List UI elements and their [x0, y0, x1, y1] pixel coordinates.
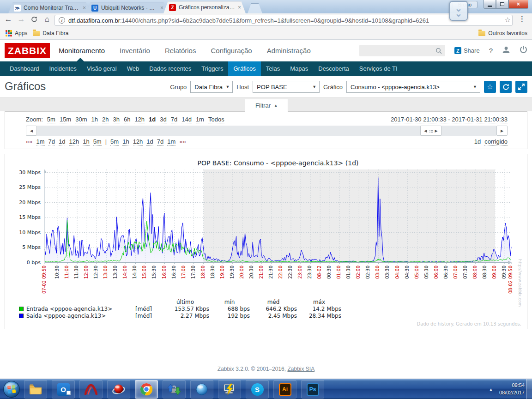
- nav-forward-12h[interactable]: 12h: [133, 138, 143, 145]
- fullscreen-button[interactable]: [515, 81, 527, 93]
- close-button[interactable]: ×: [508, 0, 528, 9]
- help-button[interactable]: ?: [489, 47, 493, 54]
- zoom-option-30m[interactable]: 30m: [75, 116, 87, 123]
- taskbar-item-winbox-orb[interactable]: [190, 380, 213, 399]
- share-button[interactable]: Z Share: [454, 47, 480, 54]
- main-nav-administracao[interactable]: Administração: [267, 47, 311, 54]
- sub-nav-mapas[interactable]: Mapas: [285, 61, 313, 76]
- sub-nav-servicos-de-ti[interactable]: Serviços de TI: [354, 61, 403, 76]
- main-nav-monitoramento[interactable]: Monitoramento: [59, 47, 105, 54]
- zoom-option-5m[interactable]: 5m: [47, 116, 55, 123]
- browser-tab[interactable]: UUbiquiti Networks - Dow×: [86, 2, 168, 13]
- main-nav-relatorios[interactable]: Relatórios: [165, 47, 196, 54]
- favourite-button[interactable]: ☆: [484, 81, 496, 93]
- taskbar-item-secure-transfer[interactable]: [163, 380, 186, 399]
- home-icon[interactable]: ⌂: [42, 15, 53, 24]
- sub-nav-web[interactable]: Web: [122, 61, 145, 76]
- zoom-option-3d[interactable]: 3d: [160, 116, 166, 123]
- zoom-option-1d[interactable]: 1d: [149, 116, 156, 123]
- zoom-option-3h[interactable]: 3h: [113, 116, 119, 123]
- tab-close-icon[interactable]: ×: [238, 4, 241, 11]
- nav-back-12h[interactable]: 12h: [69, 138, 79, 145]
- browser-tab[interactable]: ≫Como Monitorar Trafego×: [8, 2, 91, 13]
- page-info-icon[interactable]: i: [59, 17, 65, 24]
- nav-forward-1d[interactable]: 1d: [146, 138, 153, 145]
- scrollbar-handle[interactable]: ◀▶: [420, 126, 441, 136]
- taskbar-item-autodesk[interactable]: [79, 380, 103, 399]
- taskbar-item-photoshop[interactable]: Ps: [301, 380, 324, 399]
- refresh-icon[interactable]: [29, 15, 40, 25]
- date-range-link[interactable]: 2017-01-30 21:00:33 - 2017-01-31 21:00:3…: [391, 116, 508, 123]
- search-input[interactable]: [359, 45, 445, 56]
- nav-forward-all[interactable]: »»: [179, 138, 186, 145]
- taskbar-clock[interactable]: 09:54 08/02/2017: [499, 382, 525, 397]
- taskbar-item-winbox[interactable]: [218, 380, 241, 399]
- bookmark-folder-datafibra[interactable]: Data Fibra: [33, 30, 68, 36]
- sub-nav-descoberta[interactable]: Descoberta: [313, 61, 354, 76]
- zabbix-logo[interactable]: ZABBIX: [5, 43, 50, 58]
- zoom-option-12h[interactable]: 12h: [134, 116, 145, 123]
- scroll-left-button[interactable]: ◀: [26, 126, 37, 136]
- nav-forward-1h[interactable]: 1h: [122, 138, 129, 145]
- scroll-right-button[interactable]: ▶: [496, 126, 508, 136]
- taskbar-item-outlook[interactable]: O: [52, 380, 75, 399]
- zoom-option-6h[interactable]: 6h: [124, 116, 130, 123]
- zoom-option-2h[interactable]: 2h: [102, 116, 109, 123]
- nav-forward-1m[interactable]: 1m: [167, 138, 175, 145]
- taskbar-item-explorer[interactable]: [24, 380, 47, 399]
- bookmark-star-icon[interactable]: ☆: [505, 16, 511, 24]
- zoom-option-14d[interactable]: 14d: [181, 116, 192, 123]
- browser-tab[interactable]: ZGráficos personalizados [×: [163, 1, 246, 13]
- zoom-option-Todos[interactable]: Todos: [208, 116, 224, 123]
- sub-nav-dados-recentes[interactable]: Dados recentes: [144, 61, 196, 76]
- refresh-interval-button[interactable]: [500, 81, 512, 93]
- host-select[interactable]: POP BASE▼: [253, 81, 320, 93]
- corrected-link[interactable]: corrigido: [484, 138, 508, 145]
- nav-back-7d[interactable]: 7d: [48, 138, 55, 145]
- zoom-option-1m[interactable]: 1m: [196, 116, 204, 123]
- show-desktop-button[interactable]: [526, 379, 532, 399]
- nav-back-all[interactable]: ««: [26, 138, 32, 145]
- nav-forward-5m[interactable]: 5m: [110, 138, 119, 145]
- nav-back-1m[interactable]: 1m: [36, 138, 44, 145]
- back-icon[interactable]: ←: [3, 15, 14, 24]
- zoom-option-1h[interactable]: 1h: [91, 116, 98, 123]
- tab-close-icon[interactable]: ×: [83, 5, 86, 11]
- start-button[interactable]: [3, 381, 20, 398]
- nav-back-1h[interactable]: 1h: [83, 138, 89, 145]
- new-tab-button[interactable]: [248, 3, 262, 13]
- zoom-option-7d[interactable]: 7d: [171, 116, 177, 123]
- sub-nav-graficos[interactable]: Gráficos: [228, 61, 260, 76]
- sub-nav-triggers[interactable]: Triggers: [196, 61, 228, 76]
- logout-icon[interactable]: [520, 46, 527, 55]
- sub-nav-incidentes[interactable]: Incidentes: [44, 61, 82, 76]
- taskbar-item-chrome[interactable]: [135, 380, 158, 399]
- sub-nav-visao-geral[interactable]: Visão geral: [82, 61, 122, 76]
- footer-link[interactable]: Zabbix SIA: [287, 366, 314, 372]
- taskbar-item-red-orb-app[interactable]: [107, 380, 130, 399]
- sub-nav-dashboard[interactable]: Dashboard: [5, 61, 44, 76]
- taskbar-item-illustrator[interactable]: Ai: [273, 380, 296, 399]
- sub-nav-telas[interactable]: Telas: [261, 61, 285, 76]
- maximize-button[interactable]: [496, 0, 508, 9]
- minimize-button[interactable]: [484, 0, 496, 9]
- apps-button[interactable]: Apps: [6, 30, 27, 36]
- nav-forward-7d[interactable]: 7d: [157, 138, 163, 145]
- main-nav-inventario[interactable]: Inventário: [120, 47, 150, 54]
- x-axis-label: 23:00: [297, 266, 302, 279]
- graph-select[interactable]: Consumo - <pppoe-agencia.k13>▼: [346, 81, 480, 93]
- forward-icon[interactable]: →: [16, 15, 27, 24]
- nav-back-1d[interactable]: 1d: [59, 138, 65, 145]
- user-profile-icon[interactable]: [502, 46, 510, 56]
- browser-menu-icon[interactable]: ⋮: [519, 15, 526, 23]
- zoom-option-15m[interactable]: 15m: [60, 116, 71, 123]
- tab-close-icon[interactable]: ×: [160, 5, 163, 11]
- group-select[interactable]: Data Fibra▼: [190, 81, 233, 93]
- address-bar[interactable]: i dtf.datafibra.com.br:14400/charts.php?…: [54, 15, 513, 26]
- taskbar-item-skype[interactable]: S: [246, 380, 269, 399]
- main-nav-configuracao[interactable]: Configuração: [211, 47, 252, 54]
- other-bookmarks-button[interactable]: Outros favoritos: [478, 30, 527, 36]
- filter-toggle-tab[interactable]: Filtrar▲: [245, 99, 288, 112]
- tray-expand-icon[interactable]: ▲: [489, 387, 493, 392]
- nav-back-5m[interactable]: 5m: [93, 138, 102, 145]
